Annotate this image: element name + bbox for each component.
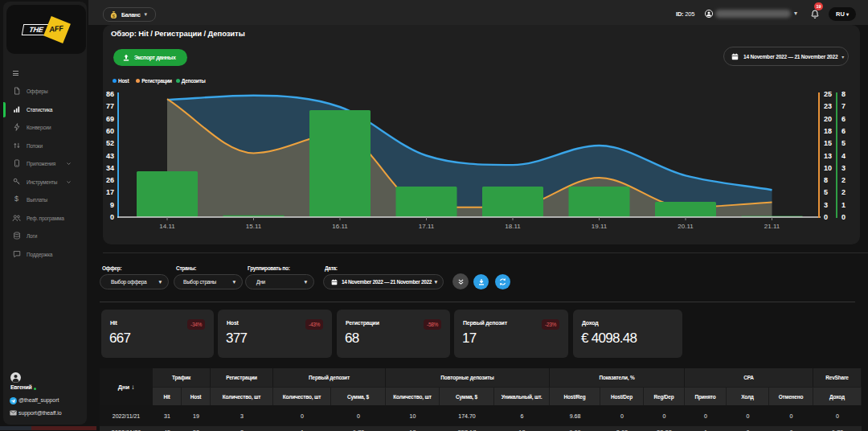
svg-text:5: 5 xyxy=(824,188,828,196)
svg-text:3: 3 xyxy=(824,201,828,209)
svg-text:0: 0 xyxy=(110,213,114,221)
svg-text:25: 25 xyxy=(824,90,832,98)
svg-text:2: 2 xyxy=(841,188,845,196)
svg-text:1: 1 xyxy=(841,201,845,209)
svg-text:9: 9 xyxy=(110,201,114,209)
svg-text:69: 69 xyxy=(106,115,114,123)
svg-text:13: 13 xyxy=(824,152,832,160)
svg-text:26: 26 xyxy=(106,176,114,184)
svg-text:0: 0 xyxy=(841,213,845,221)
svg-text:18: 18 xyxy=(824,127,832,135)
svg-text:18.11: 18.11 xyxy=(505,223,521,230)
svg-text:15.11: 15.11 xyxy=(246,223,262,230)
svg-text:17.11: 17.11 xyxy=(419,223,435,230)
svg-text:6: 6 xyxy=(841,115,845,123)
svg-text:34: 34 xyxy=(106,164,114,172)
svg-text:7: 7 xyxy=(841,102,845,110)
svg-text:60: 60 xyxy=(106,127,114,135)
svg-text:43: 43 xyxy=(106,152,114,160)
svg-text:8: 8 xyxy=(841,90,845,98)
svg-text:4: 4 xyxy=(841,152,845,160)
svg-text:52: 52 xyxy=(106,139,114,147)
svg-text:16.11: 16.11 xyxy=(332,223,348,230)
svg-text:3: 3 xyxy=(841,164,845,172)
svg-text:10: 10 xyxy=(824,164,832,172)
svg-text:17: 17 xyxy=(106,188,114,196)
svg-text:5: 5 xyxy=(841,139,845,147)
svg-text:6: 6 xyxy=(841,127,845,135)
svg-text:0: 0 xyxy=(824,213,828,221)
svg-text:14.11: 14.11 xyxy=(159,223,175,230)
svg-text:19.11: 19.11 xyxy=(592,223,608,230)
svg-text:2: 2 xyxy=(841,176,845,184)
svg-text:21.11: 21.11 xyxy=(764,223,780,230)
svg-text:15: 15 xyxy=(824,139,832,147)
svg-text:86: 86 xyxy=(106,90,114,98)
svg-text:20: 20 xyxy=(824,115,832,123)
svg-text:23: 23 xyxy=(824,102,832,110)
svg-text:8: 8 xyxy=(824,176,828,184)
svg-text:77: 77 xyxy=(106,102,114,110)
svg-text:20.11: 20.11 xyxy=(678,223,694,230)
